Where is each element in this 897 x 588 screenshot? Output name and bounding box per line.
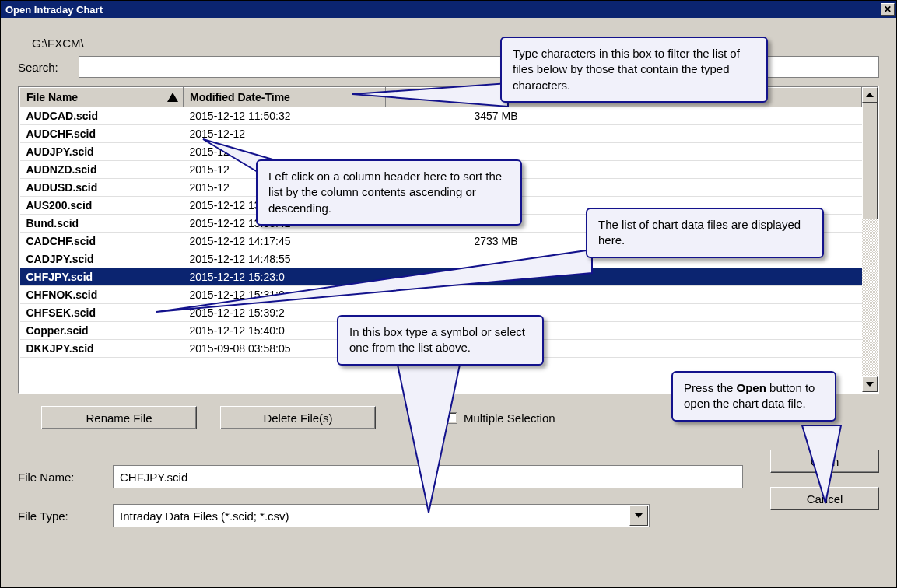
callout-header-text: Left click on a column header here to so… <box>268 170 502 215</box>
multiple-selection-label: Multiple Selection <box>464 411 555 425</box>
callout-list-pointer <box>156 250 592 320</box>
callout-filename-tip: In this box type a symbol or select one … <box>337 315 544 366</box>
table-row[interactable]: AUDCHF.scid2015-12-12 <box>20 125 862 143</box>
close-button[interactable]: ✕ <box>881 3 895 16</box>
file-spacer-cell <box>541 322 862 340</box>
filetype-select[interactable] <box>113 504 650 527</box>
file-spacer-cell <box>541 125 862 143</box>
sort-ascending-icon <box>167 93 178 102</box>
arrow-up-icon <box>866 93 874 97</box>
callout-open-bold: Open <box>737 381 766 394</box>
filename-row: File Name: <box>18 465 755 488</box>
search-label: Search: <box>18 61 79 74</box>
svg-marker-4 <box>802 425 841 503</box>
callout-filename-text: In this box type a symbol or select one … <box>349 325 525 354</box>
callout-list-tip: The list of chart data files are display… <box>586 208 824 258</box>
callout-search-tip: Type characters in this box to filter th… <box>500 37 768 103</box>
file-name-cell: AUDCHF.scid <box>20 125 184 143</box>
svg-marker-3 <box>398 365 460 513</box>
callout-open-prefix: Press the <box>684 381 737 394</box>
callout-search-text: Type characters in this box to filter th… <box>513 47 740 92</box>
file-name-cell: AUDJPY.scid <box>20 143 184 161</box>
file-size-cell: 2733 MB <box>386 233 541 250</box>
scroll-up-button[interactable] <box>862 87 878 103</box>
scroll-track[interactable] <box>862 103 878 376</box>
filetype-row: File Type: <box>18 504 755 527</box>
callout-open-pointer <box>802 425 849 503</box>
file-name-cell: DKKJPY.scid <box>20 340 184 358</box>
file-spacer-cell <box>541 161 862 179</box>
column-header-filename[interactable]: File Name <box>20 88 184 107</box>
close-icon: ✕ <box>884 4 892 15</box>
file-name-cell: Copper.scid <box>20 322 184 340</box>
callout-list-text: The list of chart data files are display… <box>598 218 801 247</box>
file-name-cell: CADCHF.scid <box>20 233 184 250</box>
file-spacer-cell <box>541 340 862 358</box>
open-intraday-chart-dialog: Open Intraday Chart ✕ G:\FXCM\ Search: F… <box>0 0 897 588</box>
titlebar: Open Intraday Chart ✕ <box>1 1 896 18</box>
scroll-thumb[interactable] <box>862 103 878 219</box>
column-header-filename-label: File Name <box>26 91 78 103</box>
file-name-cell: AUDCAD.scid <box>20 107 184 125</box>
file-spacer-cell <box>541 143 862 161</box>
table-row[interactable]: AUDJPY.scid2015-12 <box>20 143 862 161</box>
filetype-label: File Type: <box>18 509 103 523</box>
callout-search-pointer <box>352 83 508 114</box>
callout-open-tip: Press the Open button to open the chart … <box>671 371 836 422</box>
file-spacer-cell <box>541 179 862 197</box>
svg-marker-0 <box>352 83 508 107</box>
file-name-cell: Bund.scid <box>20 215 184 233</box>
file-size-cell <box>386 143 541 161</box>
filetype-dropdown-button[interactable] <box>629 506 648 526</box>
column-header-modified-label: Modified Date-Time <box>190 91 290 103</box>
delete-files-button[interactable]: Delete File(s) <box>220 406 376 429</box>
callout-filename-pointer <box>398 365 468 513</box>
file-spacer-cell <box>541 107 862 125</box>
svg-marker-2 <box>156 250 592 312</box>
arrow-down-icon <box>866 382 874 387</box>
window-title: Open Intraday Chart <box>5 4 103 16</box>
filename-label: File Name: <box>18 471 103 484</box>
chevron-down-icon <box>635 513 643 518</box>
vertical-scrollbar[interactable] <box>862 87 878 392</box>
scroll-down-button[interactable] <box>862 376 878 392</box>
file-name-cell: AUDNZD.scid <box>20 161 184 179</box>
file-name-cell: AUDUSD.scid <box>20 179 184 197</box>
rename-file-button[interactable]: Rename File <box>41 406 197 429</box>
callout-header-tip: Left click on a column header here to so… <box>256 159 522 226</box>
file-modified-cell: 2015-12-12 14:17:45 <box>184 233 386 250</box>
file-size-cell <box>386 125 541 143</box>
file-name-cell: AUS200.scid <box>20 197 184 215</box>
